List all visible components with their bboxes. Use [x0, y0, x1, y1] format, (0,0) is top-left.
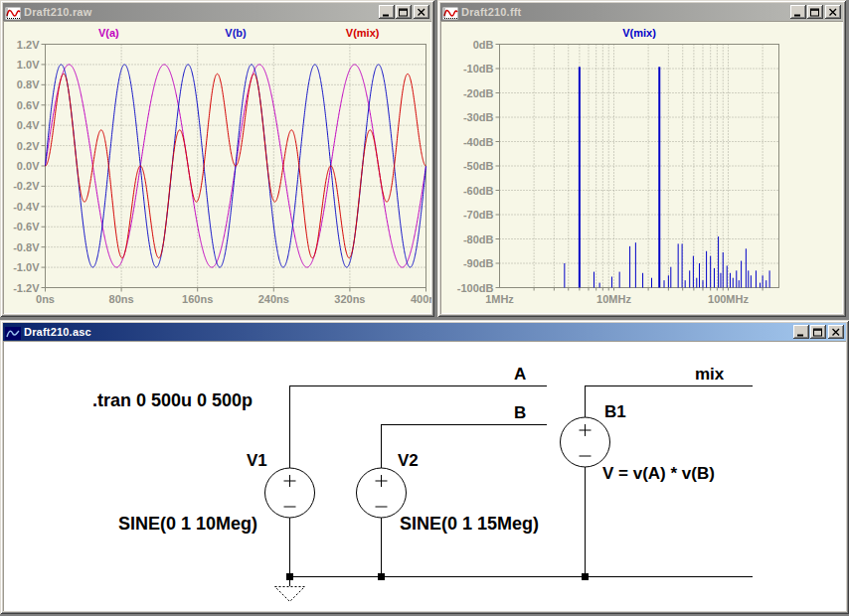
net-label-a[interactable]: A: [514, 365, 526, 385]
x-tick-label: 400ns: [411, 293, 431, 305]
legend-vb[interactable]: V(b): [225, 27, 247, 39]
v2-name-label[interactable]: V2: [398, 451, 419, 471]
legend-vmix[interactable]: V(mix): [622, 27, 656, 39]
fft-plot-vmix[interactable]: 0dB-10dB-20dB-30dB-40dB-50dB-60dB-70dB-8…: [440, 21, 843, 314]
schematic-editor-icon[interactable]: [5, 326, 21, 339]
close-button[interactable]: [825, 5, 841, 19]
b1-value-label[interactable]: V = v(A) * v(B): [602, 464, 715, 484]
y-tick-label: -0.2V: [13, 180, 40, 192]
v1-value-label[interactable]: SINE(0 1 10Meg): [118, 514, 257, 535]
spice-directive[interactable]: .tran 0 500u 0 500p: [92, 390, 253, 411]
fft-plot-svg[interactable]: 0dB-10dB-20dB-30dB-40dB-50dB-60dB-70dB-8…: [440, 21, 843, 314]
minimize-button[interactable]: [790, 5, 806, 19]
y-tick-label: -20dB: [463, 87, 494, 99]
legend-vmix[interactable]: V(mix): [346, 27, 380, 39]
x-tick-label: 10MHz: [596, 293, 631, 305]
waveform-plot-raw[interactable]: 1.2V1.0V0.8V0.6V0.4V0.2V0.0V-0.2V-0.4V-0…: [3, 21, 431, 314]
y-tick-label: -50dB: [463, 160, 494, 172]
window-title: Draft210.fft: [461, 6, 790, 18]
y-tick-label: 1.2V: [17, 39, 40, 51]
x-tick-label: 80ns: [109, 293, 134, 305]
y-tick-label: -60dB: [463, 185, 494, 197]
x-tick-label: 320ns: [334, 293, 365, 305]
v1-name-label[interactable]: V1: [247, 451, 267, 471]
y-tick-label: 0.0V: [17, 160, 40, 172]
waveform-viewer-icon[interactable]: [442, 6, 458, 19]
y-tick-label: 0.8V: [17, 78, 40, 90]
minimize-button[interactable]: [379, 5, 395, 19]
net-label-mix[interactable]: mix: [695, 365, 724, 385]
waveform-plot-svg[interactable]: 1.2V1.0V0.8V0.6V0.4V0.2V0.0V-0.2V-0.4V-0…: [3, 21, 431, 314]
ground-symbol[interactable]: [275, 587, 305, 602]
y-tick-label: 1.0V: [17, 59, 40, 71]
v2-value-label[interactable]: SINE(0 1 15Meg): [400, 514, 539, 535]
window-title: Draft210.asc: [24, 326, 793, 338]
titlebar-asc[interactable]: Draft210.asc: [3, 323, 846, 341]
titlebar-raw[interactable]: Draft210.raw: [3, 3, 431, 21]
minimize-button[interactable]: [793, 325, 809, 339]
schematic-canvas[interactable]: .tran 0 500u 0 500p A B mix V1 V2 B1 SIN…: [3, 341, 846, 611]
window-draft210-asc: Draft210.asc: [0, 320, 849, 614]
b1-name-label[interactable]: B1: [604, 402, 626, 422]
close-button[interactable]: [828, 325, 844, 339]
y-tick-label: 0.6V: [17, 99, 40, 111]
waveform-viewer-icon[interactable]: [5, 6, 21, 19]
window-title: Draft210.raw: [24, 6, 379, 18]
x-tick-label: 0ns: [36, 293, 55, 305]
y-tick-label: -80dB: [463, 233, 494, 245]
maximize-button[interactable]: [396, 5, 412, 19]
window-draft210-fft: Draft210.fft 0dB-10dB-20dB-30dB-40dB-50d…: [437, 0, 846, 317]
y-tick-label: 0.2V: [17, 140, 40, 152]
maximize-button[interactable]: [807, 5, 823, 19]
junction-dot-b1: [582, 573, 589, 580]
y-tick-label: -30dB: [463, 111, 494, 123]
x-tick-label: 1MHz: [485, 293, 514, 305]
y-tick-label: -0.6V: [13, 221, 40, 232]
y-tick-label: -0.8V: [13, 241, 40, 253]
titlebar-fft[interactable]: Draft210.fft: [440, 3, 843, 21]
y-tick-label: -40dB: [463, 136, 494, 148]
y-tick-label: 0.4V: [17, 119, 40, 131]
y-tick-label: -70dB: [463, 209, 494, 221]
ltspice-mdi-workspace: Draft210.raw 1.2V1.0V0.8V0.6V0.4V0.2V0.0…: [0, 0, 849, 616]
window-draft210-raw: Draft210.raw 1.2V1.0V0.8V0.6V0.4V0.2V0.0…: [0, 0, 434, 317]
junction-dot-v1: [286, 573, 293, 580]
v1-plus-mark: [284, 475, 296, 487]
y-tick-label: 0dB: [473, 39, 494, 51]
y-tick-label: -10dB: [463, 63, 494, 75]
x-tick-label: 240ns: [258, 293, 289, 305]
x-tick-label: 100MHz: [708, 293, 749, 305]
legend-va[interactable]: V(a): [98, 27, 119, 39]
y-tick-label: -1.0V: [13, 261, 40, 273]
net-label-b[interactable]: B: [514, 403, 526, 423]
y-tick-label: -0.4V: [13, 201, 40, 213]
y-tick-label: -90dB: [463, 257, 494, 269]
v2-plus-mark: [376, 475, 388, 487]
x-tick-label: 160ns: [182, 293, 213, 305]
b1-plus-mark: [580, 424, 592, 436]
close-button[interactable]: [414, 5, 429, 19]
junction-dot-v2: [378, 573, 385, 580]
maximize-button[interactable]: [810, 325, 826, 339]
